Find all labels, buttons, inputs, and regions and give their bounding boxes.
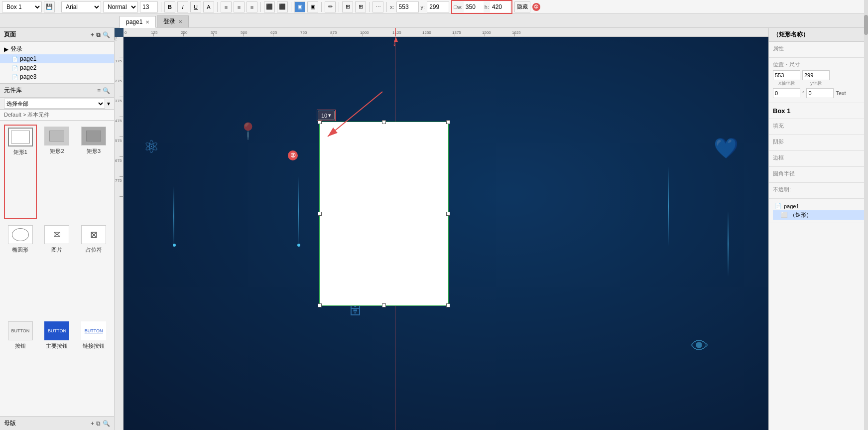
placeholder-icon: ⊠ [81, 225, 106, 244]
separator-7 [339, 2, 339, 12]
placeholder-label: 占位符 [86, 246, 102, 254]
bold-button[interactable]: B [164, 1, 175, 12]
filter-dropdown-icon: ▾ [107, 100, 110, 107]
tab-login-close[interactable]: ✕ [178, 19, 182, 24]
right-text-input[interactable] [806, 88, 834, 98]
right-scrollbar-thumb[interactable] [864, 28, 868, 35]
component-menu-icon[interactable]: ≡ [97, 87, 101, 94]
right-y-input[interactable] [802, 70, 830, 80]
master-add-icon[interactable]: + [91, 420, 94, 427]
canvas-bg[interactable]: ⚛ 📍 ◆ ◆ 💙 🗄 👁 [124, 37, 768, 430]
border-section: 边框 [769, 151, 868, 167]
component-item-image[interactable]: ✉ 图片 [41, 223, 74, 316]
italic-button[interactable]: I [177, 1, 188, 12]
h-input[interactable] [490, 1, 510, 12]
font-style-selector[interactable]: Normal [103, 1, 138, 12]
xy-row: X轴坐标 y坐标 [773, 70, 864, 87]
page-add-icon[interactable]: + [91, 31, 94, 38]
rect3-icon [81, 127, 106, 145]
font-size-input[interactable] [140, 1, 158, 12]
page-group-login[interactable]: ▶ 登录 [0, 44, 114, 54]
handle-mr[interactable] [446, 212, 450, 216]
component-filter-select[interactable]: 选择全部 [4, 99, 105, 109]
decor-dot-2 [297, 244, 300, 247]
x-coord-input[interactable] [396, 1, 419, 12]
handle-ml[interactable] [318, 212, 322, 216]
master-panel-title: 母版 [4, 419, 16, 428]
ellipse-label: 椭圆形 [12, 246, 28, 254]
component-item-rect1[interactable]: 矩形1 [4, 125, 37, 219]
tab-login[interactable]: 登录 ✕ [157, 15, 189, 27]
component-item-link-btn[interactable]: BUTTON 链接按钮 [77, 319, 110, 412]
handle-bm[interactable] [382, 303, 386, 307]
more-button[interactable]: ⋯ [372, 1, 383, 12]
align-middle-button[interactable]: ⬛ [277, 1, 288, 12]
page-item-page3[interactable]: 📄 page3 [0, 72, 114, 81]
page-selector[interactable]: Box 1 [2, 1, 42, 12]
layer-page1-label: page1 [784, 203, 799, 209]
right-scrollbar[interactable] [864, 28, 868, 430]
align-left-button[interactable]: ≡ [221, 1, 232, 12]
page-panel-icons: + ⧉ 🔍 [91, 31, 110, 38]
component-item-ellipse[interactable]: 椭圆形 [4, 223, 37, 316]
layer-rect[interactable]: ⬜ （矩形） [773, 210, 864, 220]
hide-button[interactable]: 隐藏 [514, 1, 530, 12]
handle-tr[interactable] [446, 120, 450, 124]
master-search-icon[interactable]: 🔍 [103, 420, 110, 427]
component-item-button[interactable]: BUTTON 按钮 [4, 319, 37, 412]
component-item-rect3[interactable]: 矩形3 [77, 125, 110, 219]
component-panel-icons: ≡ 🔍 [97, 87, 110, 94]
fill-color-button[interactable]: ▣ [294, 1, 305, 12]
component-panel-header: 元件库 ≡ 🔍 [0, 84, 114, 98]
top-toolbar: Box 1 💾 Arial Normal B I U A ≡ ≡ ≡ ⬛ ⬛ ▣… [0, 0, 868, 14]
separator-5 [291, 2, 291, 12]
link-btn-label: 链接按钮 [83, 342, 105, 350]
stroke-color-button[interactable]: ▣ [307, 1, 318, 12]
tab-page1[interactable]: page1 ✕ [120, 16, 156, 28]
align-top-button[interactable]: ⬛ [264, 1, 275, 12]
component-panel: 元件库 ≡ 🔍 选择全部 ▾ Default > 基本元件 [0, 84, 114, 416]
component-item-primary-btn[interactable]: BUTTON 主要按钮 [41, 319, 74, 412]
separator-6 [321, 2, 322, 12]
master-copy-icon[interactable]: ⧉ [96, 420, 101, 427]
handle-tm[interactable] [382, 120, 386, 124]
pen-button[interactable]: ✏ [325, 1, 336, 12]
right-x-input[interactable] [773, 70, 800, 80]
component-item-placeholder[interactable]: ⊠ 占位符 [77, 223, 110, 316]
handle-bl[interactable] [318, 303, 322, 307]
rect2-label: 矩形2 [50, 147, 64, 155]
button-label: 按钮 [15, 342, 26, 350]
page-item-page2[interactable]: 📄 page2 [0, 63, 114, 72]
tab-page1-close[interactable]: ✕ [145, 19, 149, 25]
w-input[interactable] [464, 1, 484, 12]
page-search-icon[interactable]: 🔍 [103, 31, 110, 38]
handle-tl[interactable] [318, 120, 322, 124]
underline-button[interactable]: U [190, 1, 201, 12]
align-right-button[interactable]: ≡ [247, 1, 257, 12]
page-icon-page2: 📄 [12, 65, 18, 71]
canvas-area[interactable]: 0 125 250 375 500 625 750 875 1000 1125 [115, 28, 768, 430]
component-item-rect2[interactable]: 矩形2 [41, 125, 74, 219]
align-center-button[interactable]: ≡ [234, 1, 245, 12]
table-button[interactable]: ⊞ [342, 1, 353, 12]
save-button[interactable]: 💾 [44, 1, 55, 12]
page-copy-icon[interactable]: ⧉ [96, 31, 101, 38]
grid-button[interactable]: ⊞ [355, 1, 366, 12]
tab-page1-label: page1 [126, 18, 142, 25]
page-item-page1[interactable]: 📄 page1 [0, 54, 114, 63]
font-color-button[interactable]: A [203, 1, 214, 12]
box-name: Box 1 [773, 106, 864, 116]
rotate-input[interactable] [773, 88, 800, 98]
button-icon: BUTTON [8, 321, 33, 340]
layer-rect-icon: ⬜ [781, 212, 788, 218]
layer-page1[interactable]: 📄 page1 [773, 202, 864, 210]
component-search-icon[interactable]: 🔍 [103, 87, 110, 94]
separator-8 [369, 2, 370, 12]
x-label: x: [390, 4, 394, 10]
handle-br[interactable] [446, 303, 450, 307]
decor-vline-1 [173, 186, 174, 246]
y-coord-input[interactable] [427, 1, 449, 12]
font-family-selector[interactable]: Arial [61, 1, 101, 12]
shadow-section: 阴影 [769, 135, 868, 151]
design-rect[interactable] [319, 122, 449, 306]
